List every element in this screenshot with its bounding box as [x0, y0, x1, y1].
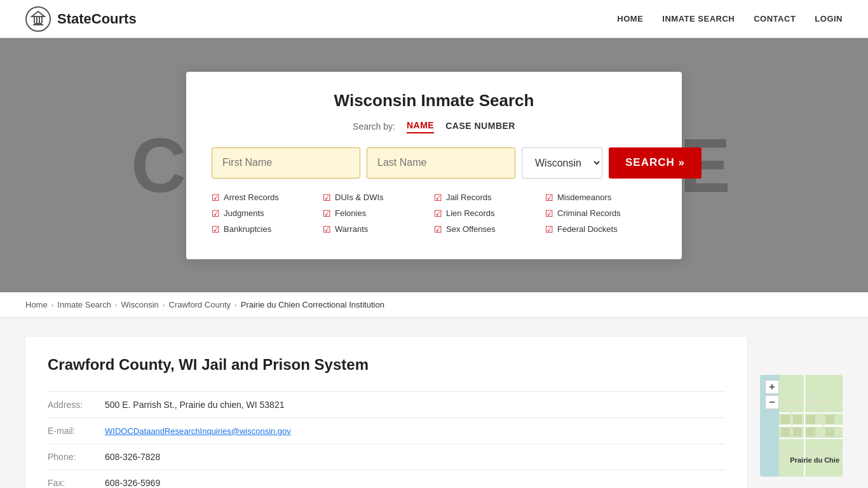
checkbox-icon: ☑ [545, 208, 553, 219]
svg-rect-4 [36, 17, 37, 23]
map-thumbnail: + − Prairie du Chie [760, 375, 843, 477]
checkbox-item: ☑Judgments [212, 208, 323, 219]
logo-area: StateCourts [25, 6, 137, 32]
svg-rect-1 [33, 24, 43, 25]
checkbox-icon: ☑ [323, 193, 331, 203]
checkbox-label: Warrants [335, 224, 368, 234]
email-row: E-mail: WIDOCDataandResearchInquiries@wi… [48, 418, 725, 444]
checkbox-item: ☑Jail Records [434, 193, 545, 203]
address-row: Address: 500 E. Parrish St., Prairie du … [48, 392, 725, 418]
first-name-input[interactable] [212, 147, 360, 179]
address-value: 500 E. Parrish St., Prairie du chien, WI… [105, 392, 725, 418]
svg-rect-2 [34, 23, 42, 24]
checkbox-item: ☑Bankruptcies [212, 224, 323, 234]
nav-contact[interactable]: CONTACT [754, 14, 796, 24]
nav-login[interactable]: LOGIN [815, 14, 843, 24]
checkboxes-grid: ☑Arrest Records☑DUIs & DWIs☑Jail Records… [212, 193, 656, 237]
nav-links: HOME INMATE SEARCH CONTACT LOGIN [617, 14, 843, 24]
logo-text: StateCourts [57, 11, 137, 27]
checkbox-item: ☑Lien Records [434, 208, 545, 219]
checkbox-icon: ☑ [434, 208, 442, 219]
checkbox-label: Federal Dockets [557, 224, 618, 234]
checkbox-icon: ☑ [212, 224, 220, 234]
checkbox-label: Lien Records [446, 208, 495, 218]
email-label: E-mail: [48, 418, 105, 444]
logo-icon [25, 6, 51, 32]
breadcrumb: Home › Inmate Search › Wisconsin › Crawf… [0, 292, 868, 318]
svg-rect-19 [793, 415, 802, 424]
svg-point-0 [26, 7, 50, 31]
last-name-input[interactable] [367, 147, 515, 179]
breadcrumb-inmate-search[interactable]: Inmate Search [57, 300, 111, 309]
map-label: Prairie du Chie [790, 456, 839, 464]
content-card: Crawford County, WI Jail and Prison Syst… [25, 337, 747, 488]
fax-label: Fax: [48, 470, 105, 489]
checkbox-item: ☑Criminal Records [545, 208, 656, 219]
checkbox-label: Sex Offenses [446, 224, 496, 234]
phone-label: Phone: [48, 444, 105, 470]
checkbox-icon: ☑ [212, 208, 220, 219]
hero-section: COURTHOUSE Wisconsin Inmate Search Searc… [0, 38, 868, 292]
checkbox-icon: ☑ [212, 193, 220, 203]
checkbox-icon: ☑ [323, 224, 331, 234]
svg-rect-21 [793, 428, 802, 437]
tab-case-number[interactable]: CASE NUMBER [445, 121, 515, 133]
breadcrumb-sep-4: › [234, 301, 237, 309]
checkbox-label: Bankruptcies [224, 224, 271, 234]
email-value: WIDOCDataandResearchInquiries@wisconsin.… [105, 418, 725, 444]
checkbox-label: Arrest Records [224, 193, 279, 202]
checkbox-label: Judgments [224, 208, 264, 218]
checkbox-item: ☑Felonies [323, 208, 434, 219]
svg-rect-3 [34, 17, 35, 23]
breadcrumb-wisconsin[interactable]: Wisconsin [121, 300, 159, 309]
header: StateCourts HOME INMATE SEARCH CONTACT L… [0, 0, 868, 38]
svg-rect-18 [781, 415, 790, 424]
checkbox-icon: ☑ [323, 208, 331, 219]
info-table: Address: 500 E. Parrish St., Prairie du … [48, 391, 725, 488]
checkbox-item: ☑DUIs & DWIs [323, 193, 434, 203]
svg-rect-20 [781, 428, 790, 437]
checkbox-icon: ☑ [545, 193, 553, 203]
checkbox-label: Felonies [335, 208, 366, 218]
breadcrumb-crawford-county[interactable]: Crawford County [169, 300, 231, 309]
checkbox-label: Criminal Records [557, 208, 621, 218]
search-card: Wisconsin Inmate Search Search by: NAME … [186, 72, 682, 259]
checkbox-item: ☑Federal Dockets [545, 224, 656, 234]
checkbox-icon: ☑ [545, 224, 553, 234]
main-content: Crawford County, WI Jail and Prison Syst… [0, 318, 868, 488]
state-select[interactable]: Wisconsin Alabama Alaska Arizona Arkansa… [522, 147, 602, 179]
search-by-row: Search by: NAME CASE NUMBER [212, 120, 656, 133]
breadcrumb-current: Prairie du Chien Correctional Institutio… [241, 300, 384, 309]
svg-rect-23 [806, 428, 815, 437]
phone-row: Phone: 608-326-7828 [48, 444, 725, 470]
breadcrumb-sep-1: › [51, 301, 54, 309]
svg-rect-24 [825, 415, 834, 424]
checkbox-icon: ☑ [434, 193, 442, 203]
checkbox-item: ☑Misdemeanors [545, 193, 656, 203]
search-button[interactable]: SEARCH » [609, 147, 702, 179]
checkbox-item: ☑Warrants [323, 224, 434, 234]
content-title: Crawford County, WI Jail and Prison Syst… [48, 356, 725, 374]
checkbox-label: DUIs & DWIs [335, 193, 384, 202]
map-zoom-out[interactable]: − [765, 395, 779, 409]
breadcrumb-sep-3: › [163, 301, 165, 309]
svg-rect-6 [41, 17, 43, 23]
tab-name[interactable]: NAME [407, 120, 434, 133]
address-label: Address: [48, 392, 105, 418]
checkbox-item: ☑Sex Offenses [434, 224, 545, 234]
svg-rect-22 [806, 415, 815, 424]
nav-inmate-search[interactable]: INMATE SEARCH [662, 14, 735, 24]
breadcrumb-home[interactable]: Home [25, 300, 48, 309]
fax-value: 608-326-5969 [105, 470, 725, 489]
svg-marker-7 [32, 11, 44, 17]
checkbox-label: Misdemeanors [557, 193, 611, 202]
search-inputs-row: Wisconsin Alabama Alaska Arizona Arkansa… [212, 147, 656, 179]
map-zoom-in[interactable]: + [765, 380, 779, 394]
email-link[interactable]: WIDOCDataandResearchInquiries@wisconsin.… [105, 426, 291, 436]
checkbox-icon: ☑ [434, 224, 442, 234]
svg-rect-5 [39, 17, 40, 23]
fax-row: Fax: 608-326-5969 [48, 470, 725, 489]
checkbox-label: Jail Records [446, 193, 492, 202]
search-by-label: Search by: [353, 121, 395, 132]
nav-home[interactable]: HOME [617, 14, 643, 24]
